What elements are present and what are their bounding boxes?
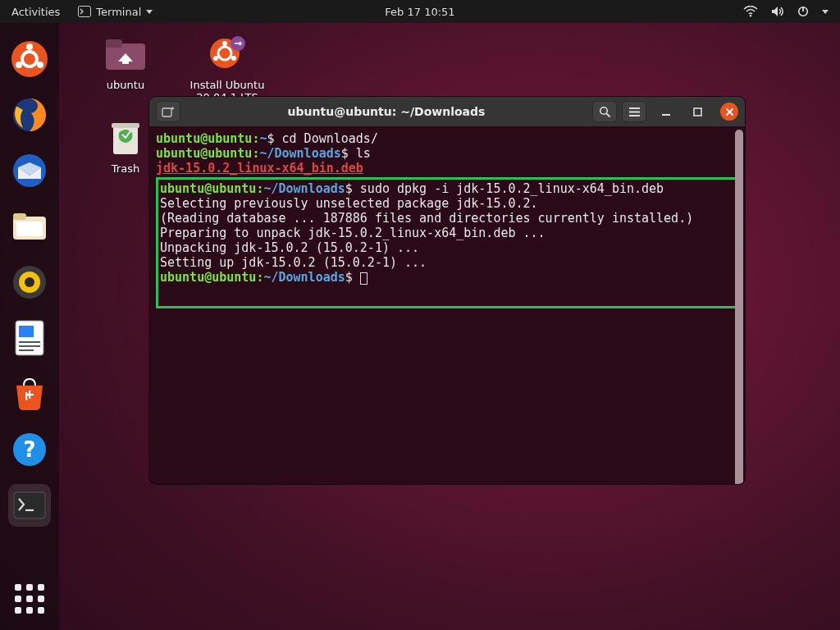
svg-rect-23: [25, 392, 27, 400]
svg-point-35: [213, 56, 218, 61]
close-button[interactable]: [720, 103, 738, 121]
svg-point-8: [37, 62, 43, 68]
ubuntu-installer-icon: [208, 35, 246, 73]
dock-libreoffice-writer[interactable]: [8, 317, 51, 359]
dock-rhythmbox[interactable]: [8, 261, 51, 304]
terminal-output: Unpacking jdk-15.0.2 (15.0.2-1) ...: [160, 240, 734, 255]
dock-files[interactable]: [8, 205, 51, 248]
svg-rect-24: [29, 390, 30, 399]
ls-output: jdk-15.0.2_linux-x64_bin.deb: [156, 161, 363, 176]
svg-text:?: ?: [23, 437, 35, 462]
status-area[interactable]: [743, 6, 840, 17]
svg-point-36: [231, 56, 236, 61]
svg-rect-13: [16, 221, 43, 236]
svg-rect-18: [19, 326, 34, 337]
minimize-button[interactable]: [658, 103, 674, 120]
terminal-icon: [78, 6, 91, 17]
terminal-line: jdk-15.0.2_linux-x64_bin.deb: [156, 161, 738, 176]
thunderbird-icon: [11, 153, 48, 189]
titlebar[interactable]: ubuntu@ubuntu: ~/Downloads: [149, 97, 745, 126]
svg-rect-31: [122, 58, 129, 64]
hamburger-menu-button[interactable]: [622, 101, 646, 122]
terminal-output: Selecting previously unselected package …: [160, 196, 734, 211]
desktop-home-folder[interactable]: ubuntu: [80, 33, 171, 91]
svg-rect-0: [79, 7, 91, 17]
firefox-icon: [11, 97, 48, 133]
scrollbar[interactable]: [735, 130, 743, 484]
show-applications[interactable]: [10, 579, 49, 619]
ubuntu-logo-icon: [11, 40, 48, 78]
trash-icon: [107, 118, 144, 158]
power-icon: [797, 6, 809, 17]
app-menu-label: Terminal: [96, 6, 141, 18]
svg-point-6: [26, 43, 33, 50]
dock-firefox[interactable]: [8, 94, 51, 136]
maximize-icon: [693, 107, 702, 116]
window-title: ubuntu@ubuntu: ~/Downloads: [185, 105, 587, 118]
new-tab-button[interactable]: [156, 101, 180, 122]
highlighted-block: ubuntu@ubuntu:~/Downloads$ sudo dpkg -i …: [156, 177, 738, 308]
dock-thunderbird[interactable]: [8, 149, 51, 192]
search-icon: [599, 106, 611, 118]
svg-line-44: [606, 113, 609, 116]
shopping-bag-icon: [11, 377, 48, 410]
prompt-user: ubuntu@ubuntu: [156, 131, 252, 146]
command-text: sudo dpkg -i jdk-15.0.2_linux-x64_bin.de…: [360, 181, 664, 196]
terminal-output: (Reading database ... 187886 files and d…: [160, 211, 734, 226]
svg-point-16: [25, 277, 34, 287]
terminal-line: ubuntu@ubuntu:~/Downloads$: [160, 270, 734, 285]
dock-help[interactable]: ?: [8, 428, 51, 471]
dock-software[interactable]: [8, 372, 51, 415]
command-text: cd Downloads/: [282, 131, 378, 146]
wifi-icon: [743, 6, 758, 17]
minimize-icon: [661, 107, 671, 116]
terminal-body[interactable]: ubuntu@ubuntu:~$ cd Downloads/ ubuntu@ub…: [149, 126, 745, 484]
svg-rect-12: [13, 213, 26, 220]
app-menu[interactable]: Terminal: [71, 6, 159, 18]
chevron-down-icon: [822, 10, 829, 14]
close-icon: [725, 107, 734, 116]
dock: ?: [0, 23, 59, 630]
desktop-icon-label: ubuntu: [80, 79, 171, 91]
folder-home-icon: [105, 37, 146, 71]
svg-rect-30: [106, 39, 122, 48]
svg-rect-49: [694, 108, 701, 116]
clock[interactable]: Feb 17 10:51: [385, 6, 454, 18]
svg-rect-39: [112, 123, 139, 128]
dock-terminal[interactable]: [8, 484, 51, 527]
activities-button[interactable]: Activities: [0, 6, 71, 18]
terminal-line: ubuntu@ubuntu:~$ cd Downloads/: [156, 131, 738, 146]
terminal-window: ubuntu@ubuntu: ~/Downloads ubuntu@ubuntu…: [149, 97, 745, 484]
svg-point-43: [600, 107, 607, 114]
terminal-icon: [13, 491, 46, 519]
hamburger-icon: [628, 107, 641, 117]
desktop-install-ubuntu[interactable]: Install Ubuntu 20.04.1 LTS: [182, 33, 272, 103]
svg-point-1: [750, 15, 751, 16]
files-icon: [11, 210, 48, 243]
search-button[interactable]: [592, 101, 617, 122]
svg-rect-27: [14, 492, 45, 518]
desktop-icon-label: Install Ubuntu: [182, 79, 272, 91]
help-icon: ?: [12, 432, 47, 467]
dock-ubuntu[interactable]: [8, 38, 51, 80]
terminal-output: Setting up jdk-15.0.2 (15.0.2-1) ...: [160, 255, 734, 270]
terminal-output: Preparing to unpack jdk-15.0.2_linux-x64…: [160, 226, 734, 240]
svg-point-7: [16, 62, 22, 68]
document-icon: [14, 319, 45, 357]
new-tab-icon: [162, 106, 175, 117]
terminal-line: ubuntu@ubuntu:~/Downloads$ sudo dpkg -i …: [160, 181, 734, 196]
svg-rect-40: [162, 108, 171, 116]
svg-point-34: [222, 41, 227, 46]
speaker-icon: [12, 265, 47, 299]
command-text: ls: [356, 146, 371, 161]
top-bar: Activities Terminal Feb 17 10:51: [0, 0, 840, 23]
chevron-down-icon: [146, 10, 153, 14]
terminal-line: ubuntu@ubuntu:~/Downloads$ ls: [156, 146, 738, 161]
cursor: [360, 272, 368, 285]
maximize-button[interactable]: [689, 103, 705, 120]
volume-icon: [771, 6, 784, 17]
